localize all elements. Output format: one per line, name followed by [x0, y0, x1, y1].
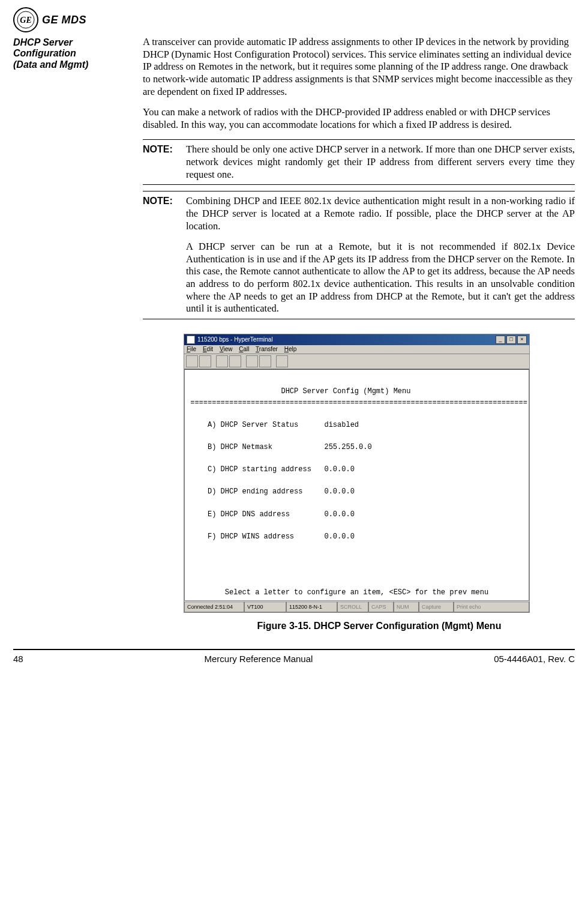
- status-bar: Connected 2:51:04 VT100 115200 8-N-1 SCR…: [184, 601, 529, 612]
- note-label: NOTE:: [143, 195, 180, 315]
- toolbar-receive-icon[interactable]: [259, 355, 271, 367]
- menu-bar: File Edit View Call Transfer Help: [184, 345, 529, 355]
- sidebar-line2: Configuration: [13, 48, 128, 59]
- app-icon: [187, 336, 195, 344]
- note-block-1: NOTE: There should be only one active DH…: [143, 139, 575, 185]
- sidebar-line3: (Data and Mgmt): [13, 59, 128, 70]
- svg-text:GE: GE: [20, 16, 31, 25]
- tool-bar: [184, 354, 529, 369]
- window-title: 115200 bps - HyperTerminal: [197, 336, 273, 344]
- note2-para2: A DHCP server can be run at a Remote, bu…: [186, 241, 575, 315]
- note2-para1: Combining DHCP and IEEE 802.1x device au…: [186, 195, 575, 232]
- toolbar-disconnect-icon[interactable]: [229, 355, 241, 367]
- hyperterminal-window: 115200 bps - HyperTerminal _ □ × File Ed…: [184, 334, 530, 613]
- close-button[interactable]: ×: [517, 336, 527, 344]
- status-scroll: SCROLL: [337, 601, 368, 612]
- figure-caption: Figure 3-15. DHCP Server Configuration (…: [184, 620, 575, 632]
- status-caps: CAPS: [368, 601, 394, 612]
- toolbar-new-icon[interactable]: [186, 355, 198, 367]
- status-printecho: Print echo: [454, 601, 529, 612]
- note-body: There should be only one active DHCP ser…: [186, 143, 575, 181]
- minimize-button[interactable]: _: [496, 336, 505, 344]
- status-num: NUM: [394, 601, 419, 612]
- menu-call[interactable]: Call: [239, 346, 249, 352]
- brand-text: GE MDS: [42, 13, 86, 27]
- status-emulation: VT100: [244, 601, 286, 612]
- menu-help[interactable]: Help: [284, 346, 297, 352]
- toolbar-properties-icon[interactable]: [276, 355, 288, 367]
- page-footer: 48 Mercury Reference Manual 05-4446A01, …: [13, 654, 575, 665]
- footer-page-number: 48: [13, 654, 23, 665]
- footer-rule: 48 Mercury Reference Manual 05-4446A01, …: [13, 649, 575, 665]
- toolbar-connect-icon[interactable]: [216, 355, 228, 367]
- status-capture: Capture: [419, 601, 454, 612]
- note-block-2: NOTE: Combining DHCP and IEEE 802.1x dev…: [143, 191, 575, 319]
- footer-right: 05-4446A01, Rev. C: [494, 654, 575, 665]
- main-content: A transceiver can provide automatic IP a…: [143, 36, 575, 636]
- status-port: 115200 8-N-1: [286, 601, 337, 612]
- paragraph-2: You can make a network of radios with th…: [143, 106, 575, 131]
- menu-file[interactable]: File: [187, 346, 196, 352]
- ge-monogram-icon: GE: [13, 7, 38, 32]
- figure-wrapper: 115200 bps - HyperTerminal _ □ × File Ed…: [184, 334, 575, 632]
- window-title-bar: 115200 bps - HyperTerminal _ □ ×: [184, 334, 529, 345]
- menu-transfer[interactable]: Transfer: [256, 346, 278, 352]
- sidebar-line1: DHCP Server: [13, 37, 128, 48]
- terminal-screen[interactable]: DHCP Server Config (Mgmt) Menu =========…: [184, 369, 529, 601]
- note-body: Combining DHCP and IEEE 802.1x device au…: [186, 195, 575, 315]
- footer-center: Mercury Reference Manual: [204, 654, 313, 665]
- menu-edit[interactable]: Edit: [203, 346, 213, 352]
- menu-view[interactable]: View: [220, 346, 233, 352]
- toolbar-open-icon[interactable]: [199, 355, 211, 367]
- status-connected: Connected 2:51:04: [184, 601, 244, 612]
- note-label: NOTE:: [143, 143, 180, 181]
- paragraph-1: A transceiver can provide automatic IP a…: [143, 36, 575, 98]
- brand-logo-row: GE GE MDS: [13, 7, 575, 32]
- maximize-button[interactable]: □: [506, 336, 516, 344]
- toolbar-send-icon[interactable]: [246, 355, 258, 367]
- sidebar-heading: DHCP Server Configuration (Data and Mgmt…: [13, 36, 128, 636]
